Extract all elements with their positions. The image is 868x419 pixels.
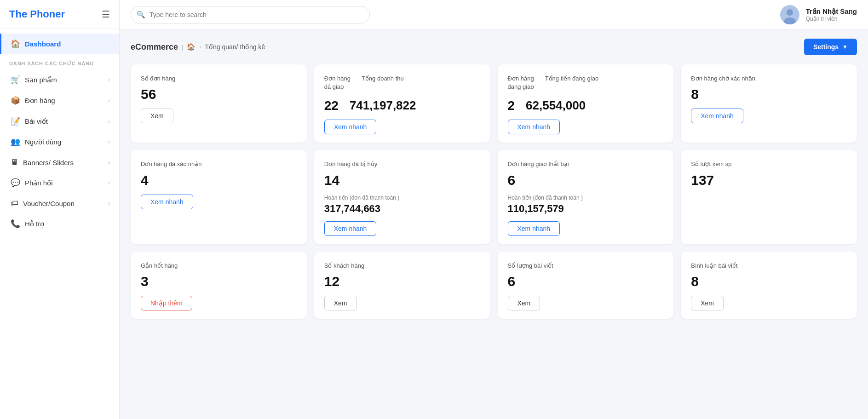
products-icon: 🛒	[11, 75, 20, 85]
settings-button-label: Settings	[813, 43, 839, 51]
search-icon: 🔍	[137, 11, 145, 19]
cards-row2: Đơn hàng đã xác nhận 4 Xem nhanh Đơn hàn…	[131, 150, 857, 244]
settings-button[interactable]: Settings ▼	[804, 39, 857, 55]
card-product-views: Số lượt xem sp 137	[681, 150, 857, 244]
card-failed-orders-btn[interactable]: Xem nhanh	[508, 221, 560, 236]
card-customers-btn[interactable]: Xem	[324, 296, 357, 310]
cards-row1: Số đơn hàng 56 Xem Đơn hàngđã giao Tổng …	[131, 64, 857, 143]
breadcrumb-section: eCommerce	[131, 42, 178, 52]
card-delivering-value2: 62,554,000	[526, 98, 586, 113]
card-low-stock-btn[interactable]: Nhập thêm	[141, 296, 192, 310]
sidebar-item-users[interactable]: 👥 Người dùng ‹	[0, 132, 119, 152]
sidebar-item-label-posts: Bài viết	[25, 117, 48, 126]
card-product-views-label: Số lượt xem sp	[691, 160, 847, 168]
sidebar-item-label-feedback: Phản hồi	[25, 179, 53, 187]
card-confirmed-orders-label: Đơn hàng đã xác nhận	[141, 160, 297, 168]
sidebar-item-label-users: Người dùng	[25, 138, 61, 146]
breadcrumb: eCommerce | 🏠 › Tổng quan/ thống kê	[131, 42, 265, 52]
sidebar-item-banners[interactable]: 🖥 Banners/ Sliders ‹	[0, 152, 119, 172]
card-confirmed-orders: Đơn hàng đã xác nhận 4 Xem nhanh	[131, 150, 307, 244]
breadcrumb-divider: |	[182, 44, 183, 51]
banners-icon: 🖥	[11, 158, 18, 167]
user-info: Trần Nhật Sang Quản trị viên	[806, 7, 857, 22]
card-cancelled-orders: Đơn hàng đã bị hủy 14 Hoàn tiền (đơn đã …	[314, 150, 490, 244]
card-failed-sublabel: Hoàn tiền (đơn đã thanh toán )	[508, 195, 664, 201]
card-total-orders-btn[interactable]: Xem	[141, 109, 173, 123]
sidebar-item-posts[interactable]: 📝 Bài viết ‹	[0, 111, 119, 132]
card-customers: Số khách hàng 12 Xem	[314, 252, 490, 319]
card-post-count-btn[interactable]: Xem	[508, 296, 540, 310]
card-delivering-label1: Đơn hàngđang giao	[508, 75, 534, 91]
breadcrumb-bar: eCommerce | 🏠 › Tổng quan/ thống kê Sett…	[131, 39, 857, 55]
sidebar-item-orders[interactable]: 📦 Đơn hàng ‹	[0, 90, 119, 111]
sidebar-item-voucher[interactable]: 🏷 Voucher/Coupon ‹	[0, 193, 119, 213]
topbar: 🔍 Trần Nhật Sang Quản trị viên	[120, 0, 868, 29]
topbar-right: Trần Nhật Sang Quản trị viên	[780, 5, 857, 24]
card-post-comments-btn[interactable]: Xem	[691, 296, 724, 310]
sidebar-item-label-orders: Đơn hàng	[25, 97, 55, 105]
card-cancelled-orders-btn[interactable]: Xem nhanh	[324, 221, 377, 236]
card-delivering-btn[interactable]: Xem nhanh	[508, 120, 560, 134]
card-total-orders-value: 56	[141, 86, 297, 102]
card-delivering-label2: Tổng tiền đang giao	[545, 75, 598, 83]
card-delivered-value1: 22	[324, 98, 339, 113]
card-customers-value: 12	[324, 274, 480, 289]
card-total-orders-label: Số đơn hàng	[141, 75, 297, 83]
chevron-products-icon: ‹	[108, 77, 110, 83]
card-delivering-revenue: Đơn hàngđang giao Tổng tiền đang giao 2 …	[498, 64, 674, 143]
card-cancelled-subvalue: 317,744,663	[324, 203, 480, 215]
card-delivered-revenue: Đơn hàngđã giao Tổng doanh thu 22 741,19…	[314, 64, 490, 143]
card-confirmed-orders-btn[interactable]: Xem nhanh	[141, 195, 193, 209]
chevron-feedback-icon: ‹	[108, 180, 110, 186]
support-icon: 📞	[11, 219, 20, 229]
sidebar-item-label-products: Sản phẩm	[25, 76, 57, 84]
sidebar-item-support[interactable]: 📞 Hỗ trợ	[0, 213, 119, 234]
card-post-count-label: Số lượng bài viết	[508, 262, 664, 270]
card-total-orders: Số đơn hàng 56 Xem	[131, 64, 307, 143]
card-delivered-label2: Tổng doanh thu	[362, 75, 404, 83]
breadcrumb-current: Tổng quan/ thống kê	[205, 43, 265, 51]
content-area: eCommerce | 🏠 › Tổng quan/ thống kê Sett…	[120, 29, 868, 419]
search-box: 🔍	[131, 6, 370, 23]
card-failed-orders-label: Đơn hàng giao thất bại	[508, 160, 664, 168]
hamburger-icon[interactable]: ☰	[102, 9, 110, 20]
app-logo: The Phoner	[9, 8, 65, 20]
voucher-icon: 🏷	[11, 199, 18, 208]
card-post-comments: Bình luận bài viết 8 Xem	[681, 252, 857, 319]
card-pending-orders: Đơn hàng chờ xác nhận 8 Xem nhanh	[681, 64, 857, 143]
chevron-posts-icon: ‹	[108, 118, 110, 125]
chevron-users-icon: ‹	[108, 139, 110, 145]
dashboard-icon: 🏠	[11, 39, 20, 49]
card-cancelled-orders-label: Đơn hàng đã bị hủy	[324, 160, 480, 168]
card-post-comments-value: 8	[691, 274, 847, 289]
card-product-views-value: 137	[691, 172, 847, 188]
card-low-stock-label: Gần hết hàng	[141, 262, 297, 270]
posts-icon: 📝	[11, 116, 20, 126]
sidebar-item-products[interactable]: 🛒 Sản phẩm ‹	[0, 69, 119, 90]
card-low-stock: Gần hết hàng 3 Nhập thêm	[131, 252, 307, 319]
card-failed-orders: Đơn hàng giao thất bại 6 Hoàn tiền (đơn …	[498, 150, 674, 244]
card-delivered-btn[interactable]: Xem nhanh	[324, 120, 377, 134]
breadcrumb-chevron-icon: ›	[199, 44, 201, 50]
sidebar-item-label-dashboard: Dashboard	[25, 40, 61, 48]
breadcrumb-home-icon: 🏠	[187, 43, 195, 51]
sidebar-item-feedback[interactable]: 💬 Phản hồi ‹	[0, 172, 119, 193]
card-pending-orders-btn[interactable]: Xem nhanh	[691, 109, 743, 123]
card-cancelled-orders-value: 14	[324, 172, 480, 188]
card-delivering-value1: 2	[508, 98, 515, 113]
card-delivered-label1: Đơn hàngđã giao	[324, 75, 351, 91]
sidebar-item-label-banners: Banners/ Sliders	[23, 159, 74, 166]
sidebar-header: The Phoner ☰	[0, 0, 119, 29]
sidebar: The Phoner ☰ 🏠 Dashboard DANH SÁCH CÁC C…	[0, 0, 120, 419]
main-area: 🔍 Trần Nhật Sang Quản trị viên eCommerce	[120, 0, 868, 419]
svg-point-1	[787, 9, 793, 16]
card-confirmed-orders-value: 4	[141, 172, 297, 188]
sidebar-item-dashboard[interactable]: 🏠 Dashboard	[0, 34, 119, 54]
sidebar-item-label-voucher: Voucher/Coupon	[23, 200, 75, 207]
avatar	[780, 5, 799, 24]
search-input[interactable]	[131, 6, 370, 23]
feedback-icon: 💬	[11, 178, 20, 188]
cards-row3: Gần hết hàng 3 Nhập thêm Số khách hàng 1…	[131, 252, 857, 319]
card-post-comments-label: Bình luận bài viết	[691, 262, 847, 270]
card-post-count: Số lượng bài viết 6 Xem	[498, 252, 674, 319]
